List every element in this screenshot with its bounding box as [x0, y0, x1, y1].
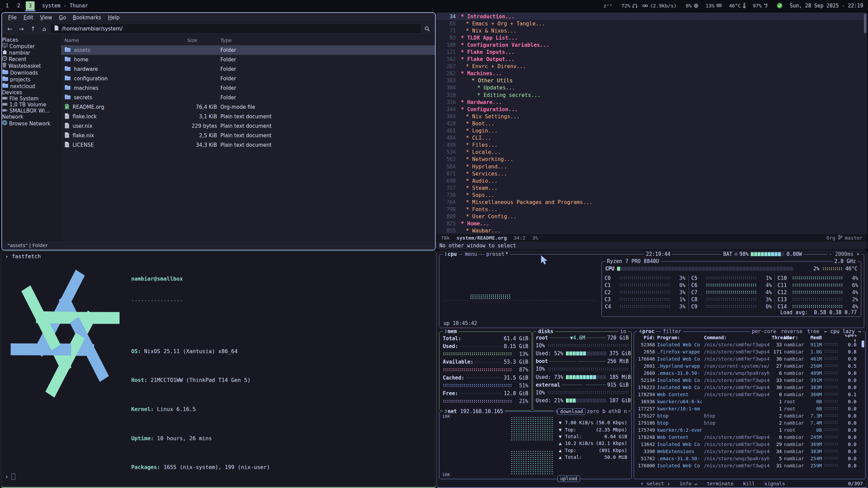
- sort-selector[interactable]: ← cpu lazy →: [824, 328, 861, 334]
- process-row[interactable]: 175749 kworker/6:2-even 1 root 0B 0.0: [634, 426, 865, 433]
- org-heading-line[interactable]: 310 * Editing secrets...: [436, 92, 867, 99]
- sidebar-row[interactable]: Downloads: [2, 69, 61, 76]
- process-row[interactable]: 179186 btop btop 2 nambiar 7.4M 0.0: [634, 419, 865, 426]
- process-row[interactable]: 3390 WebExtensions /nix/store/sm8fmrf3wp…: [634, 448, 865, 455]
- io-mode-button[interactable]: io: [618, 328, 628, 334]
- sidebar-row[interactable]: nambiar: [2, 49, 61, 56]
- sidebar-row[interactable]: Recent: [2, 56, 61, 62]
- tray-item[interactable]: 13%: [704, 3, 722, 8]
- workspace-button[interactable]: 1: [3, 1, 12, 10]
- home-button[interactable]: ⌂: [39, 24, 50, 33]
- sidebar-row[interactable]: Wastebasket: [2, 62, 61, 69]
- org-heading-line[interactable]: 267 * Envrc + Direnv...: [436, 63, 867, 70]
- sidebar-row[interactable]: Browse Network: [2, 120, 61, 127]
- file-row[interactable]: user.nix 229 bytes Plain text document: [61, 121, 435, 131]
- process-row[interactable]: 2601 .Hyprland-wrapp /run/current-system…: [634, 362, 865, 369]
- per-core-button[interactable]: per-core: [752, 328, 776, 334]
- up-button[interactable]: ↑: [28, 24, 38, 33]
- disks-box-title[interactable]: disks: [536, 328, 555, 334]
- menu-item[interactable]: File: [5, 14, 20, 21]
- zero-button[interactable]: zero: [587, 408, 599, 414]
- workspace-button[interactable]: 2: [14, 1, 23, 10]
- update-interval[interactable]: - 2000ms +: [827, 251, 861, 257]
- file-row[interactable]: LICENSE 34,3 KiB Plain text document: [61, 140, 435, 150]
- process-row[interactable]: 38936 kworker/u64:6-kc 1 root 0B 0.0: [634, 398, 865, 405]
- back-button[interactable]: ←: [5, 24, 15, 33]
- process-row[interactable]: 178248 Web Content /nix/store/sm8fmrf3wp…: [634, 433, 865, 441]
- org-heading-line[interactable]: 764 * Miscellaneous Packages and Program…: [436, 199, 867, 206]
- tray-item[interactable]: 0%: [684, 3, 698, 8]
- column-type[interactable]: Type: [217, 38, 435, 43]
- process-row[interactable]: 52368 Isolated Web Co /nix/store/sm8fmrf…: [634, 341, 865, 348]
- tray-item[interactable]: zᶻᶻ: [601, 3, 614, 8]
- workspace-button[interactable]: 3: [26, 1, 35, 10]
- info-key[interactable]: info ↵: [679, 481, 697, 486]
- org-heading-line[interactable]: 717 * Steam...: [436, 184, 867, 191]
- sidebar-row[interactable]: Places: [2, 37, 61, 43]
- tray-item[interactable]: 97%: [751, 3, 768, 8]
- org-heading-line[interactable]: 344 * Configuration...: [436, 106, 867, 113]
- column-name[interactable]: Name: [61, 38, 187, 43]
- org-heading-line[interactable]: 93 * TLDR App List...: [436, 34, 867, 41]
- process-row[interactable]: 176000 Isolated Web Co /nix/store/sm8fmr…: [634, 462, 865, 469]
- file-row[interactable]: hardware Folder: [61, 64, 435, 74]
- file-row[interactable]: assets Folder: [61, 45, 435, 55]
- file-row[interactable]: README.org 76,4 KiB Org-mode file: [61, 102, 435, 112]
- org-heading-line[interactable]: 34 * Introduction...: [436, 13, 867, 20]
- path-bar[interactable]: /home/nambiar/system/: [51, 24, 421, 33]
- tray-item[interactable]: [773, 3, 783, 8]
- process-scrollbar[interactable]: [862, 341, 864, 347]
- org-heading-line[interactable]: 484 * CLI...: [436, 135, 867, 142]
- cpu-box-title[interactable]: 1cpu: [443, 251, 458, 257]
- org-heading-line[interactable]: 736 * Sops...: [436, 191, 867, 199]
- forward-button[interactable]: →: [16, 24, 26, 33]
- org-heading-line[interactable]: 121 * Flake Inputs...: [436, 48, 867, 56]
- sidebar-row[interactable]: Devices: [2, 89, 61, 96]
- org-heading-line[interactable]: 809 * User Config...: [436, 213, 867, 220]
- org-heading-line[interactable]: 65 * Emacs + Org + Tangle...: [436, 20, 867, 27]
- sidebar-row[interactable]: File System: [2, 96, 61, 102]
- process-row[interactable]: 178294 Web Content /nix/store/sm8fmrf3wp…: [634, 391, 865, 398]
- reverse-button[interactable]: reverse: [781, 328, 802, 334]
- tray-item[interactable]: (2.9kb/s): [643, 3, 679, 8]
- tree-button[interactable]: tree: [807, 328, 820, 334]
- interface-button[interactable]: b eth0 n: [603, 408, 627, 414]
- menu-item[interactable]: Help: [104, 14, 123, 21]
- column-size[interactable]: Size: [187, 38, 217, 43]
- scrollbar[interactable]: [864, 14, 866, 33]
- sidebar-row[interactable]: Computer: [2, 43, 61, 49]
- process-row[interactable]: 179127 btop btop 2 nambiar 7.3M 0.0: [634, 412, 865, 419]
- file-row[interactable]: flake.lock 3,1 KiB Plain text document: [61, 112, 435, 121]
- select-keys[interactable]: ↑ select ↓: [640, 481, 670, 486]
- tray-item[interactable]: 72%: [619, 3, 637, 8]
- org-heading-line[interactable]: 384 * Nix Settings...: [436, 113, 867, 120]
- org-heading-line[interactable]: 799 * Fonts...: [436, 206, 867, 213]
- org-heading-line[interactable]: 316 * Hardware...: [436, 99, 867, 106]
- org-heading-line[interactable]: 282 * Machines...: [436, 70, 867, 77]
- org-heading-line[interactable]: 825 * Home...: [436, 220, 867, 227]
- org-heading-line[interactable]: 428 * Boot...: [436, 120, 867, 127]
- preset-button[interactable]: preset*: [485, 251, 510, 257]
- sidebar-row[interactable]: 1,0 TB Volume: [2, 102, 61, 108]
- org-heading-line[interactable]: 534 * Locale...: [436, 149, 867, 156]
- org-heading-line[interactable]: 671 * Services...: [436, 170, 867, 177]
- file-row[interactable]: home Folder: [61, 55, 435, 64]
- menu-item[interactable]: View: [37, 14, 56, 21]
- sidebar-row[interactable]: nextcloud: [2, 83, 61, 89]
- network-box-title[interactable]: 3net 192.168.10.165: [443, 408, 505, 414]
- process-row[interactable]: 2660 .emacs-31.0.50- /nix/store/wnqz5pa8…: [634, 369, 865, 377]
- org-heading-line[interactable]: 461 * Login...: [436, 127, 867, 135]
- org-heading-line[interactable]: 698 * Audio...: [436, 177, 867, 184]
- org-heading-line[interactable]: 499 * Files...: [436, 142, 867, 149]
- sidebar-row[interactable]: SMALLBOX Wi...: [2, 108, 61, 114]
- org-heading-line[interactable]: 584 * Hyprland...: [436, 163, 867, 170]
- filter-button[interactable]: filter: [661, 328, 683, 334]
- process-row[interactable]: 51762 .emacs-31.0.50- /nix/store/wnqz5pa…: [634, 455, 865, 462]
- file-row[interactable]: flake.nix 2,5 KiB Plain text document: [61, 131, 435, 140]
- tray-item[interactable]: 46°C: [727, 3, 746, 8]
- search-icon[interactable]: [422, 24, 432, 33]
- menu-item[interactable]: Go: [56, 14, 70, 21]
- org-heading-line[interactable]: 563 * Networking...: [436, 156, 867, 163]
- process-row[interactable]: 2658 .firefox-wrappe /nix/store/sm8fmrf3…: [634, 348, 865, 355]
- process-row[interactable]: 176646 Isolated Web Co /nix/store/sm8fmr…: [634, 355, 865, 362]
